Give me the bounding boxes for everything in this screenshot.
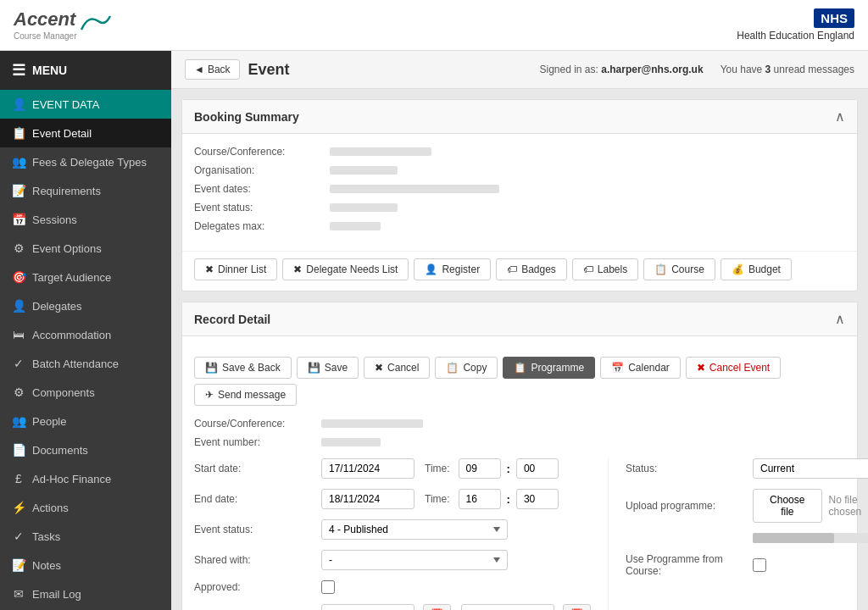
- sidebar-item-components[interactable]: ⚙ Components: [0, 378, 171, 407]
- course-icon: 📋: [654, 263, 667, 275]
- sidebar-item-delegates[interactable]: 👤 Delegates: [0, 291, 171, 320]
- cancel-button[interactable]: ✖ Cancel: [364, 357, 430, 379]
- event-number-value: [321, 438, 381, 446]
- cancel-event-icon: ✖: [697, 362, 705, 374]
- end-date-input[interactable]: [321, 489, 415, 509]
- sidebar-item-label: Sessions: [32, 214, 77, 226]
- programme-button[interactable]: 📋 Programme: [503, 357, 595, 379]
- send-icon: ✈: [205, 389, 214, 401]
- form-left: Start date: Time: : End date:: [194, 458, 608, 610]
- approved-to-calendar-button[interactable]: 📅: [563, 604, 591, 610]
- summary-row-course: Course/Conference:: [194, 146, 845, 158]
- field-row-shared-with: Shared with: -: [194, 550, 591, 570]
- labels-button[interactable]: 🏷 Labels: [572, 258, 638, 280]
- calendar-icon: 📅: [12, 213, 25, 226]
- approved-checkbox[interactable]: [321, 580, 335, 594]
- nhs-logo: NHS Health Education England: [737, 8, 854, 42]
- end-date-label: End date:: [194, 493, 321, 505]
- bed-icon: 🛏: [12, 328, 25, 341]
- field-row-approved: Approved:: [194, 580, 591, 594]
- choose-file-button[interactable]: Choose file: [753, 489, 822, 523]
- dinner-list-button[interactable]: ✖ Dinner List: [194, 258, 277, 280]
- people2-icon: 👥: [12, 414, 25, 428]
- sidebar-item-sessions[interactable]: 📅 Sessions: [0, 205, 171, 234]
- cancel-icon: ✖: [375, 362, 383, 374]
- menu-header[interactable]: ☰ MENU: [0, 51, 171, 90]
- sidebar-item-requirements[interactable]: 📝 Requirements: [0, 176, 171, 205]
- start-time-min-input[interactable]: [516, 458, 559, 479]
- form-right: Status: Current Upload programme: Choose…: [608, 458, 868, 610]
- summary-row-event-dates: Event dates:: [194, 183, 845, 195]
- sidebar-item-email-log[interactable]: ✉ Email Log: [0, 580, 171, 608]
- sidebar: ☰ MENU 👤 EVENT DATA 📋 Event Detail 👥 Fee…: [0, 51, 171, 610]
- badges-button[interactable]: 🏷 Badges: [496, 258, 567, 280]
- shared-with-select[interactable]: -: [321, 550, 508, 570]
- sidebar-item-notes[interactable]: 📝 Notes: [0, 551, 171, 580]
- start-time-hour-input[interactable]: [459, 458, 501, 479]
- sidebar-item-event-detail[interactable]: 📋 Event Detail: [0, 119, 171, 147]
- sidebar-item-label: EVENT DATA: [32, 98, 99, 111]
- use-programme-checkbox[interactable]: [753, 558, 766, 572]
- sidebar-item-target-audience[interactable]: 🎯 Target Audience: [0, 263, 171, 291]
- sidebar-item-tasks[interactable]: ✓ Tasks: [0, 522, 171, 551]
- course-label: Course/Conference:: [194, 146, 330, 158]
- calendar-button[interactable]: 📅 Calendar: [600, 357, 681, 379]
- budget-label: Budget: [748, 263, 781, 275]
- start-date-label: Start date:: [194, 463, 321, 474]
- approved-to-input[interactable]: [461, 604, 554, 610]
- nhs-name: Health Education England: [737, 30, 854, 42]
- sidebar-item-label: People: [32, 415, 66, 428]
- copy-button[interactable]: 📋 Copy: [435, 357, 498, 379]
- back-button[interactable]: ◄ Back: [185, 59, 240, 80]
- sidebar-item-label: Notes: [32, 559, 61, 572]
- sidebar-item-batch-attendance[interactable]: ✓ Batch Attendance: [0, 349, 171, 378]
- sidebar-item-label: Ad-Hoc Finance: [32, 473, 111, 485]
- content-header: ◄ Back Event Signed in as: a.harper@nhs.…: [171, 51, 868, 89]
- approved-from-input[interactable]: [321, 604, 415, 610]
- signed-in-info: Signed in as: a.harper@nhs.org.uk: [539, 64, 703, 75]
- field-row-event-status: Event status: 4 - Published: [194, 519, 591, 540]
- upload-programme-label: Upload programme:: [626, 500, 753, 512]
- sidebar-item-event-options[interactable]: ⚙ Event Options: [0, 234, 171, 263]
- event-status-select[interactable]: 4 - Published: [321, 519, 508, 540]
- save-button[interactable]: 💾 Save: [297, 357, 359, 379]
- sidebar-item-label: Tasks: [32, 530, 60, 543]
- booking-summary-card: Booking Summary ∧ Course/Conference: Org…: [181, 99, 858, 291]
- status-select[interactable]: Current: [753, 458, 868, 479]
- save-icon: 💾: [308, 362, 320, 374]
- delegates-max-value-placeholder: [330, 222, 381, 230]
- register-button[interactable]: 👤 Register: [414, 258, 491, 280]
- approved-from-calendar-button[interactable]: 📅: [423, 604, 451, 610]
- end-time-hour-input[interactable]: [459, 489, 501, 509]
- sidebar-item-people[interactable]: 👥 People: [0, 407, 171, 435]
- start-date-input[interactable]: [321, 458, 415, 479]
- send-message-button[interactable]: ✈ Send message: [194, 384, 297, 406]
- booking-action-buttons: ✖ Dinner List ✖ Delegate Needs List 👤 Re…: [182, 251, 857, 291]
- sidebar-item-fees[interactable]: 👥 Fees & Delegate Types: [0, 147, 171, 176]
- sidebar-item-documents[interactable]: 📄 Documents: [0, 435, 171, 464]
- x-icon: ✖: [205, 263, 214, 275]
- status-label: Status:: [626, 463, 753, 474]
- messages-count: 3: [765, 64, 771, 75]
- dinner-list-label: Dinner List: [218, 263, 266, 275]
- sidebar-item-accommodation[interactable]: 🛏 Accommodation: [0, 320, 171, 349]
- field-row-start-date: Start date: Time: :: [194, 458, 591, 479]
- sidebar-item-actions[interactable]: ⚡ Actions: [0, 493, 171, 522]
- delegate-needs-button[interactable]: ✖ Delegate Needs List: [282, 258, 409, 280]
- content-area: ◄ Back Event Signed in as: a.harper@nhs.…: [171, 51, 868, 610]
- course-button[interactable]: 📋 Course: [643, 258, 715, 280]
- sidebar-item-adhoc-finance[interactable]: £ Ad-Hoc Finance: [0, 464, 171, 493]
- register-icon: 👤: [425, 263, 437, 275]
- course-label: Course: [671, 263, 704, 275]
- cancel-event-button[interactable]: ✖ Cancel Event: [686, 357, 781, 379]
- end-time-min-input[interactable]: [516, 489, 559, 509]
- budget-button[interactable]: 💰 Budget: [721, 258, 792, 280]
- back-label: Back: [208, 64, 231, 75]
- collapse-record-button[interactable]: ∧: [835, 311, 845, 327]
- copy-icon: 📋: [446, 362, 459, 374]
- programme-icon: 📋: [514, 362, 526, 374]
- collapse-booking-button[interactable]: ∧: [835, 108, 845, 125]
- logo-main: Accent: [14, 8, 76, 30]
- save-back-button[interactable]: 💾 Save & Back: [194, 357, 292, 379]
- sidebar-item-event-data[interactable]: 👤 EVENT DATA: [0, 90, 171, 119]
